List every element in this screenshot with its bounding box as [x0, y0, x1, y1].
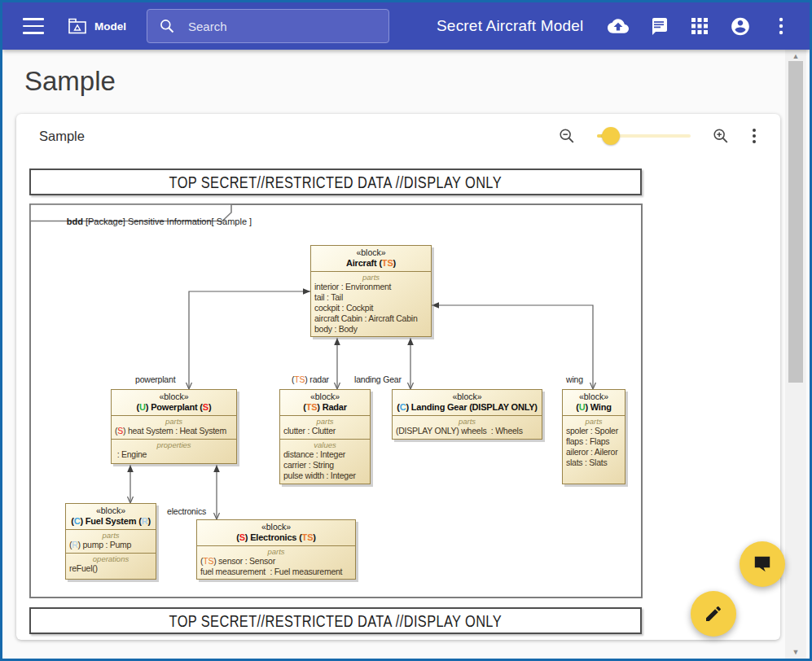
text-segment: interior : Environment	[314, 282, 391, 291]
block-fuel-system[interactable]: «block»(C) Fuel System (R)parts(R) pump …	[65, 503, 156, 580]
compartment-label: operations	[69, 554, 152, 563]
model-nav-button[interactable]: Model	[68, 18, 126, 34]
account-button[interactable]	[730, 15, 751, 37]
text-segment: ) Wing	[585, 402, 611, 412]
diagram-card: Sample	[16, 114, 780, 640]
edit-fab-button[interactable]	[691, 591, 736, 637]
block-stereotype: «block»	[68, 506, 153, 515]
text-segment: ) Landing Gear (DISPLAY ONLY)	[406, 402, 537, 412]
text-segment: aileror : Aileror	[566, 447, 617, 457]
block-wing[interactable]: «block»(U) Wingpartsspoler : Spolerflaps…	[562, 389, 625, 484]
app-window: Model Secret Aircraft Model	[0, 0, 812, 661]
frame-tab-keyword: bdd	[67, 217, 83, 226]
account-circle-icon	[730, 15, 751, 37]
role-label-radar-role: (TS) radar	[292, 374, 329, 384]
vertical-scrollbar[interactable]: ▲ ▼	[785, 50, 806, 659]
classification-TS: TS	[302, 532, 314, 542]
apps-grid-icon	[691, 17, 709, 35]
scroll-up-arrow[interactable]: ▲	[785, 52, 806, 60]
block-name: Aircraft (TS)	[314, 257, 428, 269]
text-segment: clutter : Clutter	[283, 426, 336, 436]
block-name: (U) Wing	[565, 401, 622, 414]
compartment-label: properties	[115, 440, 233, 449]
cloud-upload-icon	[608, 15, 629, 37]
text-segment: Aircraft (	[346, 258, 382, 268]
block-header: «block»Aircraft (TS)	[311, 246, 431, 271]
classification-TS: TS	[203, 556, 213, 566]
block-landing-gear[interactable]: «block»(C) Landing Gear (DISPLAY ONLY)pa…	[392, 389, 542, 440]
text-segment: ) Powerplant (	[146, 402, 203, 412]
cloud-upload-button[interactable]	[608, 15, 629, 37]
classification-U: U	[139, 402, 146, 412]
diagram-canvas: TOP SECRET//RESTRICTED DATA //DISPLAY ON…	[16, 114, 780, 640]
block-compartment-parts: parts(R) pump : Pump	[66, 529, 156, 553]
block-stereotype: «block»	[314, 247, 428, 257]
classification-S: S	[239, 532, 245, 542]
text-segment: electronics	[167, 506, 206, 516]
block-powerplant[interactable]: «block»(U) Powerplant (S)parts(S) heat S…	[111, 389, 237, 464]
property-line: pulse width : Integer	[283, 471, 366, 481]
model-label: Model	[94, 20, 126, 33]
block-header: «block»(C) Fuel System (R)	[66, 504, 156, 529]
text-segment: spoler : Spoler	[566, 426, 618, 436]
text-segment: landing Gear	[354, 374, 402, 384]
comments-button[interactable]	[648, 15, 669, 37]
text-segment: aircraft Cabin : Aircraft Cabin	[314, 313, 417, 323]
block-header: «block»(U) Powerplant (S)	[112, 390, 236, 415]
model-icon	[68, 18, 87, 34]
app-bar: Model Secret Aircraft Model	[2, 2, 810, 50]
text-segment: ) Electronics (	[245, 532, 302, 542]
text-segment: : Engine	[115, 449, 147, 459]
role-label-powerplant-role: powerplant	[135, 374, 175, 384]
text-segment: slats : Slats	[566, 457, 607, 467]
property-line: interior : Environment	[314, 282, 428, 292]
text-segment: carrier : String	[283, 460, 334, 470]
text-segment: ) radar	[305, 374, 329, 384]
scroll-down-arrow[interactable]: ▼	[785, 648, 806, 656]
classification-banner-bottom: TOP SECRET//RESTRICTED DATA //DISPLAY ON…	[29, 607, 642, 634]
property-line: (S) heat System : Heat System	[115, 426, 233, 436]
text-segment: ) sensor : Sensor	[213, 556, 275, 566]
text-segment: )	[208, 402, 211, 412]
compartment-label: parts	[69, 531, 152, 540]
scrollbar-thumb[interactable]	[788, 61, 803, 383]
chat-fab-button[interactable]	[740, 541, 785, 587]
property-line: : Engine	[115, 449, 233, 460]
compartment-label: parts	[115, 417, 233, 426]
text-segment: powerplant	[135, 374, 175, 384]
classification-S: S	[203, 402, 208, 412]
hamburger-menu-icon[interactable]	[23, 18, 44, 34]
classification-TS: TS	[382, 258, 393, 268]
block-stereotype: «block»	[200, 522, 353, 532]
search-box[interactable]	[147, 9, 389, 43]
block-aircraft[interactable]: «block»Aircraft (TS)partsinterior : Envi…	[310, 245, 432, 337]
block-stereotype: «block»	[565, 392, 622, 401]
block-radar[interactable]: «block»(TS) Radarpartsclutter : Clutterv…	[279, 389, 371, 484]
text-segment: pulse width : Integer	[283, 471, 356, 480]
role-label-electronics-role: electronics	[167, 506, 206, 516]
property-line: spoler : Spoler	[566, 426, 621, 436]
text-segment: ) heat System : Heat System	[123, 426, 226, 436]
apps-grid-button[interactable]	[689, 15, 710, 37]
property-line: aileror : Aileror	[566, 447, 621, 457]
banner-text: TOP SECRET//RESTRICTED DATA //DISPLAY ON…	[169, 611, 502, 631]
search-input[interactable]	[188, 20, 377, 33]
text-segment: ) pump : Pump	[78, 540, 132, 549]
property-line: slats : Slats	[566, 457, 621, 468]
compartment-label: parts	[396, 417, 538, 426]
banner-text: TOP SECRET//RESTRICTED DATA //DISPLAY ON…	[169, 173, 502, 192]
compartment-label: parts	[283, 417, 366, 426]
text-segment: distance : Integer	[283, 449, 345, 459]
property-line: distance : Integer	[283, 449, 366, 460]
diagram-frame-tab-label: bdd [Package] Sensitive Information[ Sam…	[37, 207, 252, 236]
property-line: (DISPLAY ONLY) wheels : Wheels	[396, 426, 538, 436]
more-options-button[interactable]	[770, 15, 792, 37]
text-segment: ) Radar	[317, 402, 347, 412]
role-label-landing-gear-role: landing Gear	[354, 374, 402, 384]
compartment-label: values	[283, 440, 366, 449]
text-segment: ) Fuel System (	[80, 516, 141, 526]
block-electronics[interactable]: «block»(S) Electronics (TS)parts(TS) sen…	[196, 519, 356, 580]
text-segment: fuel measurement : Fuel measurement	[200, 567, 342, 576]
text-segment: )	[313, 532, 315, 542]
block-compartment-parts: partsinterior : Environmenttail : Tailco…	[311, 271, 431, 337]
